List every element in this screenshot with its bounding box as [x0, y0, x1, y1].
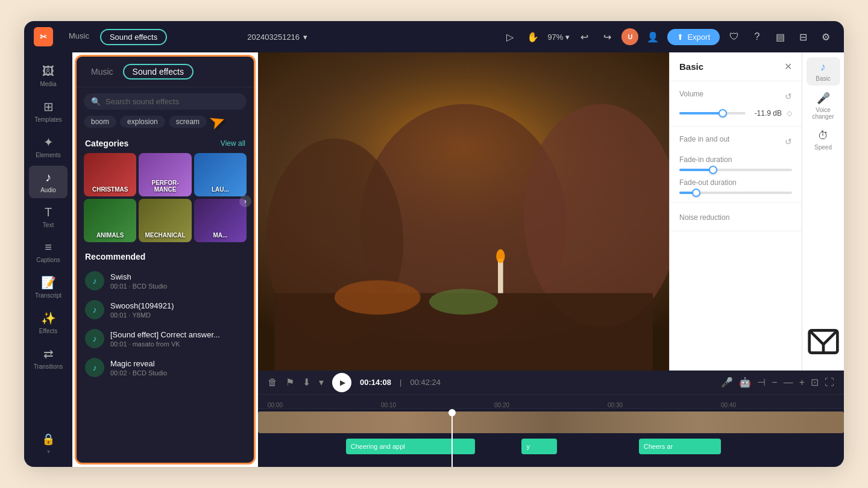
header-tabs: Music Sound effects — [60, 29, 240, 45]
list-item[interactable]: ♪ Swoosh(1094921) 00:01 · Y8MD — [77, 295, 254, 324]
lock-icon: 🔒 — [42, 433, 55, 446]
tab-music-panel[interactable]: Music — [86, 64, 118, 79]
mini-panel-voice-changer[interactable]: 🎤 Voice changer — [807, 88, 840, 124]
sidebar-item-effects[interactable]: ✨ Effects — [29, 306, 68, 339]
fade-out-slider[interactable] — [679, 192, 792, 194]
properties-panel: Basic ✕ Volume ↺ -11. — [669, 52, 802, 371]
help-icon[interactable]: ? — [749, 28, 766, 45]
sidebar-item-transcript[interactable]: 📝 Transcript — [29, 271, 68, 304]
category-performance[interactable]: PERFOR-MANCE — [139, 153, 191, 196]
svg-line-12 — [823, 330, 837, 344]
list-item[interactable]: ♪ Swish 00:01 · BCD Studio — [77, 266, 254, 295]
zoom-in-icon[interactable]: + — [799, 377, 805, 388]
fade-out-thumb[interactable] — [692, 189, 700, 197]
tab-sound-effects-panel[interactable]: Sound effects — [123, 64, 193, 80]
audio-clip-2[interactable]: y — [521, 439, 556, 454]
elements-icon: ✦ — [43, 135, 54, 149]
video-clip[interactable] — [258, 411, 844, 433]
tracks: Cheering and appl y Cheers ar — [258, 409, 844, 467]
filter-boom[interactable]: boom — [84, 116, 116, 128]
sound-name: Swoosh(1094921) — [110, 301, 245, 310]
settings-icon[interactable]: ⚙ — [817, 28, 834, 45]
sound-meta: 00:01 · BCD Studio — [110, 283, 245, 290]
pointer-tool[interactable]: ▷ — [502, 28, 518, 45]
more-options-icon[interactable]: ▾ — [319, 377, 324, 388]
flag-icon[interactable]: ⚑ — [286, 377, 294, 388]
fade-out-row — [679, 192, 792, 194]
sidebar-item-captions[interactable]: ≡ Captions — [29, 236, 68, 268]
category-animals[interactable]: ANIMALS — [84, 199, 136, 242]
keyframe-icon[interactable]: ◇ — [787, 109, 792, 117]
search-input[interactable] — [105, 97, 239, 106]
category-mechanical[interactable]: MECHANICAL — [139, 199, 191, 242]
volume-value: -11.9 dB — [750, 109, 782, 117]
zoom-out-icon[interactable]: − — [772, 377, 777, 388]
mini-panel-speed[interactable]: ⏱ Speed — [807, 126, 840, 154]
fade-label: Fade in and out — [679, 135, 729, 143]
delete-icon[interactable]: 🗑 — [268, 377, 277, 388]
fit-icon[interactable]: ⊡ — [811, 377, 819, 388]
list-item[interactable]: ♪ Magic reveal 00:02 · BCD Studio — [77, 353, 254, 382]
category-launch[interactable]: LAU... — [194, 153, 247, 196]
mic-icon[interactable]: 🎤 — [721, 377, 733, 388]
export-button[interactable]: ⬆ Export — [667, 29, 720, 45]
timecode: 00:14:08 — [360, 378, 391, 387]
sidebar-item-media[interactable]: 🖼 Media — [29, 60, 68, 92]
sound-meta: 00:01 · Y8MD — [110, 311, 245, 319]
sidebar-item-elements[interactable]: ✦ Elements — [29, 130, 68, 163]
timeline-area: 🗑 ⚑ ⬇ ▾ ▶ 00:14:08 | 00:42:24 🎤 🤖 ⊣ — [258, 371, 844, 467]
split-icon[interactable]: ⊟ — [794, 28, 811, 45]
project-name[interactable]: 202403251216 ▾ — [247, 33, 307, 42]
categories-next-arrow[interactable]: › — [239, 195, 251, 207]
sidebar-item-transitions-label: Transitions — [34, 363, 63, 370]
robot-icon[interactable]: 🤖 — [739, 377, 751, 388]
tab-music[interactable]: Music — [60, 29, 98, 45]
categories-title: Categories — [85, 139, 128, 148]
playhead[interactable] — [451, 409, 453, 467]
audio-clip-1[interactable]: Cheering and appl — [346, 439, 475, 454]
sidebar-item-text[interactable]: T Text — [29, 201, 68, 233]
brand-logo-svg — [807, 325, 840, 358]
shield-icon[interactable]: 🛡 — [726, 28, 743, 45]
filter-explosion[interactable]: explosion — [120, 116, 165, 128]
sidebar-item-templates[interactable]: ⊞ Templates — [29, 95, 68, 128]
fade-in-label: Fade-in duration — [679, 155, 792, 164]
sidebar-item-audio[interactable]: ♪ Audio — [29, 166, 68, 198]
user-add-icon[interactable]: 👤 — [644, 28, 661, 45]
fullscreen-icon[interactable]: ⛶ — [825, 377, 834, 388]
tab-sound-effects[interactable]: Sound effects — [100, 29, 167, 45]
volume-slider[interactable] — [679, 112, 746, 114]
refresh-icon[interactable]: ↺ — [785, 92, 792, 101]
redo-button[interactable]: ↪ — [599, 28, 615, 45]
fade-in-thumb[interactable] — [709, 166, 717, 174]
volume-thumb[interactable] — [719, 109, 727, 117]
audio-clip-3[interactable]: Cheers ar — [639, 439, 721, 454]
fade-refresh-icon[interactable]: ↺ — [785, 137, 792, 146]
ruler-mark: 00:40 — [721, 402, 736, 408]
split-track-icon[interactable]: ⊣ — [757, 377, 766, 388]
filter-scream[interactable]: scream — [169, 116, 207, 128]
fade-section: Fade in and out ↺ Fade-in duration — [670, 127, 802, 203]
layout-icon[interactable]: ▤ — [772, 28, 788, 45]
list-item[interactable]: ♪ [Sound effect] Correct answer... 00:01… — [77, 324, 254, 353]
sidebar-lock-section: 🔒 ▾ — [37, 428, 60, 460]
panel-wrapper: Basic ✕ Volume ↺ -11. — [258, 52, 844, 371]
transitions-icon: ⇄ — [43, 346, 54, 361]
mini-panel-basic[interactable]: ♪ Basic — [807, 57, 840, 86]
timeline-track-area: 00:00 00:10 00:20 00:30 00:40 — [258, 395, 844, 467]
category-magic[interactable]: MA... — [194, 199, 247, 242]
volume-fill — [679, 112, 723, 114]
close-button[interactable]: ✕ — [784, 61, 792, 72]
download-icon[interactable]: ⬇ — [303, 377, 310, 388]
zoom-control[interactable]: 97% ▾ — [547, 33, 570, 42]
noise-label: Noise reduction — [679, 213, 729, 222]
view-all-link[interactable]: View all — [221, 139, 245, 148]
audio-clips: Cheering and appl y Cheers ar — [258, 439, 844, 454]
sidebar-item-transitions[interactable]: ⇄ Transitions — [29, 342, 68, 375]
filter-tags: boom explosion scream — [77, 116, 254, 134]
fade-in-slider[interactable] — [679, 169, 792, 171]
category-christmas[interactable]: CHRISTMAS — [84, 153, 136, 196]
play-button[interactable]: ▶ — [332, 373, 351, 392]
hand-tool[interactable]: ✋ — [524, 28, 541, 45]
undo-button[interactable]: ↩ — [576, 28, 593, 45]
